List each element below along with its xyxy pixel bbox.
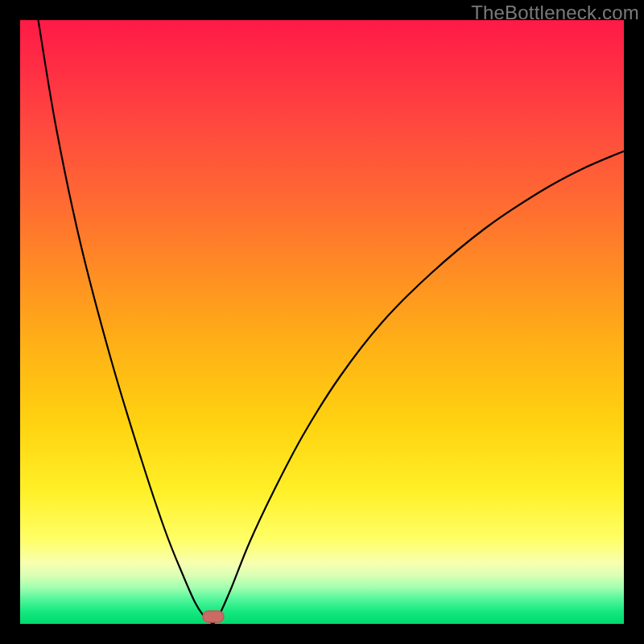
curve-right	[213, 151, 624, 624]
bottleneck-marker	[203, 611, 224, 622]
chart-plot-area	[20, 20, 624, 624]
chart-svg-layer	[20, 20, 624, 624]
curve-left	[39, 20, 214, 624]
